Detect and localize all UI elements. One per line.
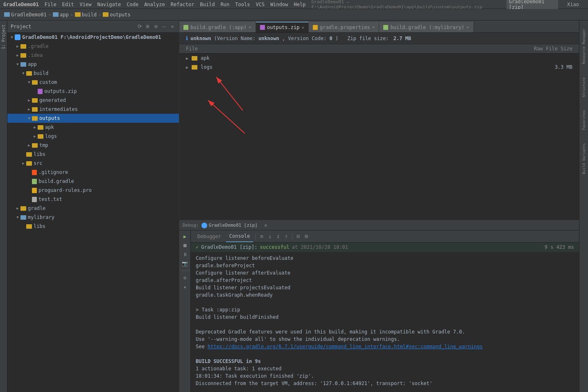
- app-folder-icon: [53, 12, 59, 17]
- breadcrumb-build[interactable]: build: [75, 12, 97, 18]
- tab-build-gradle-mylib[interactable]: build.gradle (:mylibrary) ×: [379, 22, 473, 32]
- toolbar-step-up-icon[interactable]: ↑: [283, 233, 289, 240]
- menu-vcs[interactable]: VCS: [256, 2, 265, 7]
- toolbar-scroll-down-icon[interactable]: ↓: [267, 233, 273, 240]
- menu-navigate[interactable]: Navigate: [97, 2, 121, 7]
- settings-icon[interactable]: ⚙: [153, 23, 159, 30]
- tree-item-outputs[interactable]: ▼ outputs: [7, 114, 179, 123]
- tree-item-generated[interactable]: ▶ generated: [7, 96, 179, 105]
- tree-label-mylibrary: mylibrary: [28, 214, 54, 220]
- tree-label-tmp: tmp: [39, 142, 48, 148]
- debug-session-item[interactable]: GradleDemo01 [zip]: [201, 223, 258, 228]
- minimize-icon[interactable]: —: [161, 23, 167, 30]
- tab-project[interactable]: 1: Project: [0, 22, 7, 52]
- tree-item-libs[interactable]: libs: [7, 150, 179, 159]
- git-file-icon: [32, 170, 37, 175]
- tree-item-proguard[interactable]: proguard-rules.pro: [7, 186, 179, 195]
- menu-window[interactable]: Window: [270, 2, 288, 7]
- sync-icon[interactable]: ⟳: [136, 23, 143, 30]
- tab-gradle-properties[interactable]: gradle.properties ×: [309, 22, 379, 32]
- tree-label-src: src: [34, 160, 43, 166]
- menu-tools[interactable]: Tools: [235, 2, 250, 7]
- menu-file[interactable]: File: [45, 2, 57, 7]
- breadcrumb-outputs[interactable]: outputs: [103, 12, 131, 18]
- tree-item-mylibrary-libs[interactable]: libs: [7, 222, 179, 231]
- menu-help[interactable]: Help: [294, 2, 305, 7]
- menu-run[interactable]: Run: [221, 2, 230, 7]
- breadcrumb: GradleDemo01 › app › build › outputs: [0, 9, 588, 20]
- tree-item-logs[interactable]: ▶ logs: [7, 132, 179, 141]
- tab-build-variants[interactable]: Build Variants: [581, 141, 587, 177]
- tree-item-gitignore[interactable]: .gitignore: [7, 168, 179, 177]
- menu-refactor[interactable]: Refactor: [171, 2, 194, 7]
- tree-item-apk[interactable]: ▶ apk: [7, 123, 179, 132]
- bottom-left-icons: ▶ ⏹ ⏸ 📷 ⚙ ★: [179, 230, 191, 392]
- breadcrumb-label-app: app: [60, 12, 69, 18]
- file-tree-row-logs[interactable]: ▶ logs 3.3 MB: [179, 63, 579, 72]
- toolbar-menu-icon[interactable]: ≡: [258, 233, 265, 240]
- close-debug-session[interactable]: ×: [262, 222, 269, 229]
- console-line-9: Deprecated Gradle features were used in …: [196, 328, 574, 336]
- tree-item-intermediates[interactable]: ▶ intermediates: [7, 105, 179, 114]
- console-line-3: Configure listener afterEvaluate: [196, 269, 574, 277]
- breadcrumb-app[interactable]: app: [53, 12, 69, 18]
- tab-structure[interactable]: Structure: [581, 75, 587, 100]
- toolbar-expand-icon[interactable]: ⊞: [303, 233, 310, 240]
- camera-icon[interactable]: 📷: [181, 260, 189, 267]
- app-name-value: unknown: [190, 36, 211, 41]
- libs-folder-icon: [26, 152, 32, 157]
- close-panel-icon[interactable]: ×: [169, 23, 176, 30]
- tree-item-idea[interactable]: ▶ .idea: [7, 51, 179, 60]
- toolbar-grid-icon[interactable]: ⊟: [295, 233, 301, 240]
- debug-text: Debug:: [183, 223, 199, 228]
- apk-label: apk: [201, 55, 210, 61]
- tree-label-gradle-root: gradle: [28, 205, 45, 211]
- tree-item-gradle-root[interactable]: ▶ gradle: [7, 204, 179, 213]
- app-folder-icon-tree: [20, 62, 26, 67]
- tree-label-outputs-zip: outputs.zip: [44, 88, 77, 94]
- project-tree: ▼ GradleDemo01 F:\AndroidProjectDemo\Gra…: [7, 33, 179, 392]
- run-icon[interactable]: ▶: [181, 233, 189, 240]
- menu-view[interactable]: View: [80, 2, 92, 7]
- expand-arrow-tmp: ▶: [26, 143, 32, 147]
- tab-close-build-gradle-app[interactable]: ×: [249, 25, 251, 30]
- expand-arrow-src: ▶: [20, 161, 26, 165]
- menu-edit[interactable]: Edit: [62, 2, 74, 7]
- tree-item-outputs-zip[interactable]: outputs.zip: [7, 87, 179, 96]
- tab-favorites[interactable]: Favorites: [581, 108, 587, 133]
- console-link[interactable]: https://docs.gradle.org/6.7.1/userguide/…: [208, 344, 483, 349]
- tree-item-mylibrary[interactable]: ▼ mylibrary: [7, 213, 179, 222]
- tab-debugger[interactable]: Debugger: [194, 231, 224, 242]
- custom-folder-icon: [32, 80, 38, 85]
- breadcrumb-gradle-demo[interactable]: GradleDemo01: [4, 12, 47, 18]
- tree-item-tmp[interactable]: ▶ tmp: [7, 141, 179, 150]
- file-tree-row-apk[interactable]: ▶ apk: [179, 54, 579, 63]
- collapse-all-icon[interactable]: ⊞: [145, 23, 151, 30]
- tree-item-custom[interactable]: ▼ custom: [7, 78, 179, 87]
- tree-item-src[interactable]: ▶ src: [7, 159, 179, 168]
- tab-resource-manager[interactable]: Resource Manager: [581, 26, 587, 67]
- tree-item-gradle-hidden[interactable]: ▶ .gradle: [7, 42, 179, 51]
- stop-icon[interactable]: ⏹: [181, 242, 189, 249]
- favorites-icon[interactable]: ★: [181, 283, 189, 291]
- tree-item-test-txt[interactable]: test.txt: [7, 195, 179, 204]
- pause-icon[interactable]: ⏸: [181, 251, 189, 258]
- menu-code[interactable]: Code: [127, 2, 138, 7]
- tab-outputs-zip[interactable]: outputs.zip ×: [256, 22, 309, 32]
- menu-analyze[interactable]: Analyze: [144, 2, 165, 7]
- tab-console[interactable]: Console: [226, 231, 253, 242]
- menu-build[interactable]: Build: [200, 2, 215, 7]
- tab-build-gradle-app[interactable]: build.gradle (:app) ×: [179, 22, 256, 32]
- divider-1: [181, 270, 189, 271]
- tree-label-logs: logs: [45, 133, 57, 139]
- tab-close-build-gradle-mylib[interactable]: ×: [466, 25, 469, 30]
- settings-bottom-icon[interactable]: ⚙: [181, 274, 189, 282]
- outputs-folder-icon-tree: [32, 116, 38, 121]
- tree-item-app[interactable]: ▼ app: [7, 60, 179, 69]
- toolbar-step-over-icon[interactable]: ↧: [275, 233, 281, 240]
- tree-item-build-gradle[interactable]: build.gradle: [7, 177, 179, 186]
- tab-close-gradle-properties[interactable]: ×: [372, 25, 375, 30]
- tree-item-root[interactable]: ▼ GradleDemo01 F:\AndroidProjectDemo\Gra…: [7, 33, 179, 42]
- tree-item-build[interactable]: ▼ build: [7, 69, 179, 78]
- tab-close-outputs-zip[interactable]: ×: [301, 25, 304, 30]
